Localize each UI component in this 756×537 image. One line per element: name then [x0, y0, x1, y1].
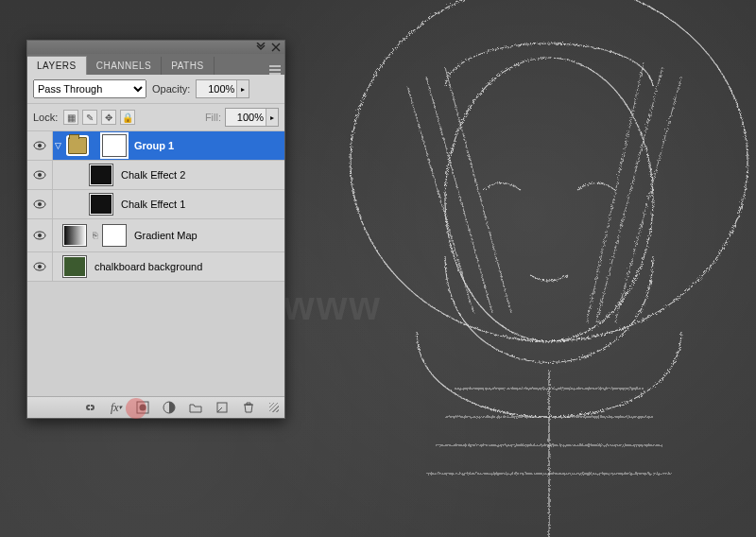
layer-list-empty-area[interactable] [27, 282, 284, 386]
layer-thumbnail[interactable] [62, 255, 87, 278]
svg-point-5 [38, 173, 42, 177]
layer-name[interactable]: chalkboard background [94, 261, 202, 272]
layer-name[interactable]: Gradient Map [134, 230, 198, 241]
document-canvas[interactable]: www LAYERS CHANNELS PATHS Pass Through O… [0, 0, 756, 537]
link-indicator-icon[interactable]: ⎘ [91, 231, 98, 240]
layer-row-chalk-effect-2[interactable]: Chalk Effect 2 [27, 161, 284, 190]
fill-label: Fill: [205, 112, 221, 123]
layers-panel: LAYERS CHANNELS PATHS Pass Through Opaci… [26, 40, 285, 419]
svg-point-0 [350, 0, 747, 340]
fill-flyout-icon[interactable]: ▸ [266, 109, 278, 126]
layer-row-chalkboard-background[interactable]: chalkboard background [27, 252, 284, 282]
mask-button-highlight [126, 398, 146, 419]
fx-icon[interactable]: fx▾ [109, 400, 124, 415]
link-icon[interactable] [82, 400, 97, 415]
visibility-toggle[interactable] [27, 131, 53, 160]
layer-name[interactable]: Chalk Effect 2 [121, 169, 185, 181]
lock-all-icon[interactable]: 🔒 [120, 110, 135, 125]
collapse-icon[interactable] [256, 43, 266, 52]
lock-label: Lock: [33, 112, 58, 123]
visibility-toggle[interactable] [27, 161, 53, 189]
watermark-text: www [284, 284, 382, 329]
opacity-label: Opacity: [152, 83, 190, 95]
layer-name[interactable]: Chalk Effect 1 [121, 199, 185, 210]
layer-thumbnail[interactable] [89, 193, 113, 216]
tab-paths[interactable]: PATHS [162, 57, 214, 75]
opacity-field[interactable]: ▸ [196, 79, 249, 98]
layer-thumbnail[interactable] [89, 164, 113, 186]
tab-channels[interactable]: CHANNELS [87, 57, 162, 75]
fill-input[interactable] [226, 112, 266, 123]
resize-grip-icon[interactable] [269, 403, 279, 412]
panel-titlebar[interactable] [27, 41, 284, 54]
layer-row-gradient-map[interactable]: ⎘ Gradient Map [27, 219, 284, 252]
layer-row-group-1[interactable]: ▽ Group 1 [27, 131, 284, 161]
layer-name[interactable]: Group 1 [134, 140, 174, 151]
visibility-toggle[interactable] [27, 252, 53, 281]
layer-mask-thumbnail[interactable] [102, 224, 127, 247]
visibility-toggle[interactable] [27, 219, 53, 251]
panel-tabs: LAYERS CHANNELS PATHS [27, 54, 284, 75]
folder-icon [68, 137, 87, 154]
panel-footer: fx▾ [27, 396, 284, 418]
trash-icon[interactable] [241, 400, 256, 415]
lock-position-icon[interactable]: ✥ [101, 110, 116, 125]
blend-mode-select[interactable]: Pass Through [33, 79, 146, 98]
layer-list: ▽ Group 1 Chalk Effect 2 Chalk Effect 1 [27, 131, 284, 396]
close-icon[interactable] [271, 43, 281, 52]
layer-row-chalk-effect-1[interactable]: Chalk Effect 1 [27, 190, 284, 219]
lock-transparency-icon[interactable]: ▦ [63, 110, 78, 125]
tab-layers[interactable]: LAYERS [27, 56, 87, 75]
visibility-toggle[interactable] [27, 190, 53, 218]
panel-menu-icon[interactable] [266, 65, 284, 75]
adjustment-thumbnail[interactable] [62, 224, 87, 247]
blend-opacity-row: Pass Through Opacity: ▸ [27, 75, 284, 104]
lock-pixels-icon[interactable]: ✎ [82, 110, 97, 125]
new-layer-icon[interactable] [215, 400, 230, 415]
svg-point-7 [38, 202, 42, 206]
svg-point-3 [38, 144, 42, 147]
group-icon[interactable] [188, 400, 203, 415]
svg-point-9 [38, 234, 42, 237]
chalk-portrait-artwork [302, 0, 756, 537]
adjustment-icon[interactable] [162, 400, 177, 415]
fill-field[interactable]: ▸ [225, 108, 279, 127]
opacity-input[interactable] [197, 83, 236, 95]
svg-point-11 [38, 265, 42, 268]
layer-mask-thumbnail[interactable] [102, 134, 127, 157]
disclosure-triangle-icon[interactable]: ▽ [55, 141, 64, 150]
opacity-flyout-icon[interactable]: ▸ [236, 80, 249, 97]
lock-fill-row: Lock: ▦ ✎ ✥ 🔒 Fill: ▸ [27, 104, 284, 131]
